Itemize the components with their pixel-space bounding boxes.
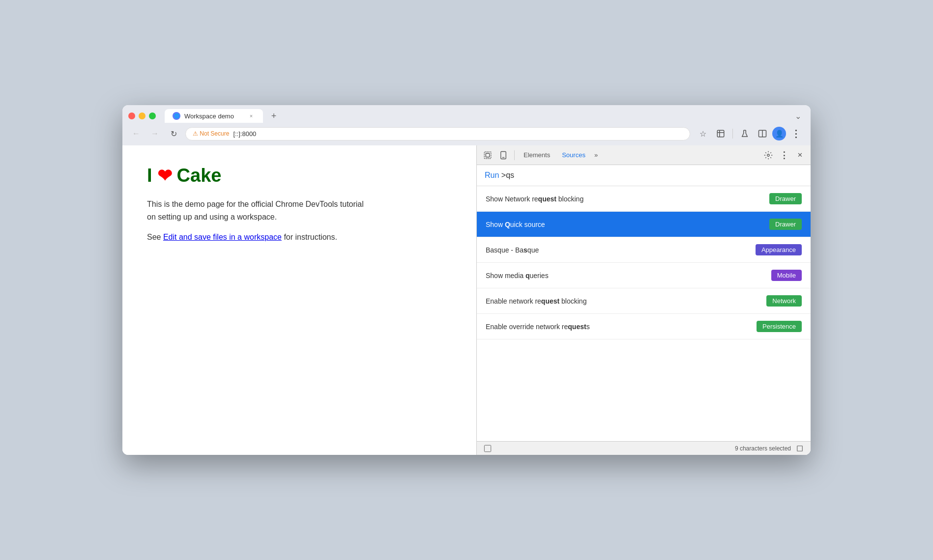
run-query-text: >qs: [501, 171, 514, 179]
refresh-button[interactable]: ↻: [167, 127, 180, 140]
result-text-override: Enable override network requests: [486, 323, 757, 331]
tab-row: 🌐 Workspace demo × + ⌄: [122, 105, 811, 123]
result-badge-network[interactable]: Network: [766, 295, 802, 307]
svg-rect-3: [486, 153, 490, 157]
result-badge-drawer-selected[interactable]: Drawer: [769, 219, 802, 230]
new-tab-button[interactable]: +: [267, 109, 281, 123]
toolbar-divider: [732, 129, 733, 139]
result-item-override-network[interactable]: Enable override network requests Persist…: [477, 314, 811, 339]
tab-elements[interactable]: Elements: [519, 148, 555, 162]
svg-point-6: [767, 154, 770, 156]
run-command-display: Run >qs: [485, 171, 803, 180]
result-item-basque[interactable]: Basque - Basque Appearance: [477, 237, 811, 263]
result-item-network-blocking[interactable]: Show Network request blocking Drawer: [477, 186, 811, 212]
main-content: I ❤ Cake This is the demo page for the o…: [122, 145, 811, 455]
svg-rect-8: [797, 446, 803, 451]
page-description: This is the demo page for the official C…: [147, 198, 373, 223]
tab-favicon: 🌐: [173, 112, 180, 120]
result-item-media-queries[interactable]: Show media queries Mobile: [477, 263, 811, 288]
tab-sources[interactable]: Sources: [557, 148, 590, 162]
devtools-toolbar: Elements Sources » ⋮ ✕: [477, 145, 811, 165]
page-body: This is the demo page for the official C…: [147, 198, 373, 244]
split-view-button[interactable]: [755, 126, 770, 141]
body-prefix: See: [147, 233, 163, 241]
bottom-cursor-icon: [483, 444, 493, 453]
workspace-link[interactable]: Edit and save files in a workspace: [163, 233, 282, 241]
result-text-media: Show media queries: [486, 272, 771, 280]
svg-rect-2: [484, 152, 491, 159]
heading-i: I: [147, 165, 152, 186]
devtools-settings-button[interactable]: [761, 148, 775, 162]
result-item-quick-source[interactable]: Show Quick source Drawer: [477, 212, 811, 237]
chars-selected-label: 9 characters selected: [735, 445, 791, 452]
more-tabs-button[interactable]: »: [592, 149, 600, 161]
result-badge-persistence[interactable]: Persistence: [757, 321, 802, 332]
run-label: Run: [485, 171, 499, 179]
result-badge-mobile[interactable]: Mobile: [771, 270, 802, 281]
svg-rect-7: [484, 445, 491, 451]
result-text-enable-network: Enable network request blocking: [486, 297, 766, 305]
traffic-lights: [128, 112, 156, 119]
browser-window: 🌐 Workspace demo × + ⌄ ← → ↻ ⚠ Not Secur…: [122, 105, 811, 455]
result-badge-drawer[interactable]: Drawer: [769, 193, 802, 204]
devtools-close-button[interactable]: ✕: [793, 148, 807, 162]
page-content: I ❤ Cake This is the demo page for the o…: [122, 145, 476, 455]
device-toolbar-button[interactable]: [496, 148, 510, 162]
active-tab[interactable]: 🌐 Workspace demo ×: [165, 109, 263, 123]
command-palette: Run >qs: [477, 165, 811, 186]
body-suffix: for instructions.: [284, 233, 337, 241]
result-badge-appearance[interactable]: Appearance: [756, 244, 802, 255]
security-warning: ⚠ Not Secure: [193, 130, 229, 137]
result-text-basque: Basque - Basque: [486, 246, 756, 254]
tab-close-button[interactable]: ×: [247, 112, 255, 120]
chrome-menu-button[interactable]: ⋮: [788, 126, 804, 141]
devtools-more-button[interactable]: ⋮: [777, 148, 791, 162]
address-url: [::]:8000: [233, 130, 256, 138]
result-item-enable-network[interactable]: Enable network request blocking Network: [477, 288, 811, 314]
inspect-element-button[interactable]: [481, 148, 495, 162]
page-heading: I ❤ Cake: [147, 165, 452, 186]
heading-heart: ❤: [157, 166, 172, 186]
address-bar[interactable]: ⚠ Not Secure [::]:8000: [185, 127, 690, 140]
heading-cake: Cake: [177, 165, 222, 186]
svg-rect-4: [501, 151, 506, 159]
back-button[interactable]: ←: [129, 127, 143, 140]
results-list: Show Network request blocking Drawer Sho…: [477, 186, 811, 441]
toolbar-separator: [514, 150, 515, 160]
title-bar: 🌐 Workspace demo × + ⌄ ← → ↻ ⚠ Not Secur…: [122, 105, 811, 145]
extension-button[interactable]: [713, 126, 729, 141]
tab-dropdown-button[interactable]: ⌄: [791, 109, 805, 123]
bottom-expand-button[interactable]: [795, 444, 805, 453]
tab-title: Workspace demo: [184, 112, 234, 120]
close-window-button[interactable]: [128, 112, 135, 119]
profile-button[interactable]: 👤: [772, 127, 786, 140]
result-text-selected: Show Quick source: [486, 221, 769, 228]
maximize-window-button[interactable]: [149, 112, 156, 119]
bookmark-button[interactable]: ☆: [695, 126, 711, 141]
devtools-panel: Elements Sources » ⋮ ✕: [476, 145, 811, 455]
forward-button[interactable]: →: [148, 127, 162, 140]
lab-button[interactable]: [737, 126, 753, 141]
address-bar-row: ← → ↻ ⚠ Not Secure [::]:8000 ☆: [122, 123, 811, 145]
browser-toolbar-icons: ☆ 👤: [695, 126, 804, 141]
devtools-bottom-bar: 9 characters selected: [477, 441, 811, 455]
page-instructions: See Edit and save files in a workspace f…: [147, 231, 373, 244]
minimize-window-button[interactable]: [139, 112, 146, 119]
result-text: Show Network request blocking: [486, 195, 769, 203]
